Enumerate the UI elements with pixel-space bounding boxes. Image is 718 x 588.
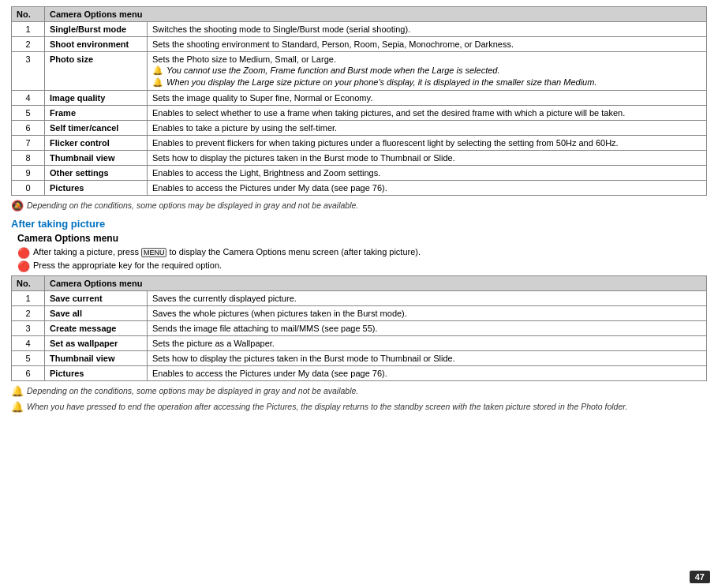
- table-cell-desc: Sets how to display the pictures taken i…: [148, 351, 707, 366]
- table2-note: 🔔When you have pressed to end the operat…: [11, 402, 707, 413]
- table-cell-desc: Sets the shooting environment to Standar…: [148, 37, 707, 52]
- table1-header-no: No.: [12, 7, 45, 22]
- table-row: 0: [12, 181, 45, 196]
- table-cell-desc: Sends the image file attaching to mail/M…: [148, 321, 707, 336]
- table-cell-name: Pictures: [45, 181, 148, 196]
- table2-header-no: No.: [12, 276, 45, 291]
- table1-note: 🔕 Depending on the conditions, some opti…: [11, 200, 707, 212]
- camera-options-table-2: No. Camera Options menu 1Save currentSav…: [11, 275, 707, 381]
- table-cell-desc: Sets the Photo size to Medium, Small, or…: [148, 52, 707, 91]
- table-cell-desc: Sets how to display the pictures taken i…: [148, 151, 707, 166]
- table-cell-desc: Enables to select whether to use a frame…: [148, 106, 707, 121]
- note-icon: 🔔: [11, 401, 24, 413]
- table-row: 6: [12, 366, 45, 381]
- table2-header-menu: Camera Options menu: [45, 276, 707, 291]
- after-taking-picture-title: After taking picture: [11, 218, 707, 230]
- table-row: 1: [12, 22, 45, 37]
- table-row: 4: [12, 91, 45, 106]
- table-row: 3: [12, 52, 45, 91]
- table-row: 4: [12, 336, 45, 351]
- note-sub-text: You cannot use the Zoom, Frame function …: [166, 66, 500, 75]
- table-cell-name: Photo size: [45, 52, 148, 91]
- camera-options-menu-subtitle: Camera Options menu: [17, 233, 707, 244]
- table-row: 5: [12, 351, 45, 366]
- menu-icon: MENU: [141, 248, 167, 257]
- table-cell-desc: Saves the whole pictures (when pictures …: [148, 306, 707, 321]
- table-cell-desc: Sets the picture as a Wallpaper.: [148, 336, 707, 351]
- table-cell-name: Frame: [45, 106, 148, 121]
- table1-header-menu: Camera Options menu: [45, 7, 707, 22]
- table-cell-desc: Switches the shooting mode to Single/Bur…: [148, 22, 707, 37]
- page-number: 47: [690, 571, 710, 583]
- table-cell-name: Self timer/cancel: [45, 121, 148, 136]
- note-icon-1: 🔕: [11, 200, 24, 212]
- note-sub-icon: 🔔: [152, 66, 163, 76]
- bullet-text-2: Press the appropriate key for the requir…: [33, 260, 222, 270]
- table-cell-desc: Enables to prevent flickers for when tak…: [148, 136, 707, 151]
- table-cell-name: Thumbnail view: [45, 151, 148, 166]
- note-text: When you have pressed to end the operati…: [27, 402, 627, 411]
- bullet-text-1: After taking a picture, press MENU to di…: [33, 247, 421, 257]
- bullet-icon-1: 🔴: [17, 247, 30, 259]
- note-text: Depending on the conditions, some option…: [27, 386, 358, 395]
- table-cell-desc: Enables to access the Pictures under My …: [148, 366, 707, 381]
- table-cell-name: Image quality: [45, 91, 148, 106]
- table-cell-name: Create message: [45, 321, 148, 336]
- camera-options-table-1: No. Camera Options menu 1Single/Burst mo…: [11, 6, 707, 196]
- table-cell-desc: Saves the currently displayed picture.: [148, 291, 707, 306]
- table-row: 3: [12, 321, 45, 336]
- page-content: No. Camera Options menu 1Single/Burst mo…: [0, 0, 718, 441]
- table-row: 7: [12, 136, 45, 151]
- table-cell-name: Set as wallpaper: [45, 336, 148, 351]
- table-row: 9: [12, 166, 45, 181]
- table-cell-desc: Enables to access the Pictures under My …: [148, 181, 707, 196]
- table-cell-name: Save current: [45, 291, 148, 306]
- table-cell-desc: Enables to access the Light, Brightness …: [148, 166, 707, 181]
- table-cell-name: Save all: [45, 306, 148, 321]
- note-sub-text: When you display the Large size picture …: [166, 77, 596, 87]
- table-cell-name: Single/Burst mode: [45, 22, 148, 37]
- note-sub-icon: 🔔: [152, 77, 163, 88]
- table-row: 1: [12, 291, 45, 306]
- table-cell-name: Pictures: [45, 366, 148, 381]
- bullet-item-1: 🔴 After taking a picture, press MENU to …: [17, 247, 707, 259]
- bullet-item-2: 🔴 Press the appropriate key for the requ…: [17, 260, 707, 272]
- table-row: 5: [12, 106, 45, 121]
- table-row: 2: [12, 37, 45, 52]
- note-icon: 🔔: [11, 385, 24, 397]
- table-cell-name: Shoot environment: [45, 37, 148, 52]
- table-row: 8: [12, 151, 45, 166]
- table2-note: 🔔Depending on the conditions, some optio…: [11, 386, 707, 397]
- table-cell-name: Other settings: [45, 166, 148, 181]
- table-cell-desc: Enables to take a picture by using the s…: [148, 121, 707, 136]
- table-cell-name: Thumbnail view: [45, 351, 148, 366]
- table-cell-desc: Sets the image quality to Super fine, No…: [148, 91, 707, 106]
- table-row: 2: [12, 306, 45, 321]
- bullet-icon-2: 🔴: [17, 260, 30, 272]
- table-cell-name: Flicker control: [45, 136, 148, 151]
- table1-note-text: Depending on the conditions, some option…: [27, 200, 358, 210]
- table-row: 6: [12, 121, 45, 136]
